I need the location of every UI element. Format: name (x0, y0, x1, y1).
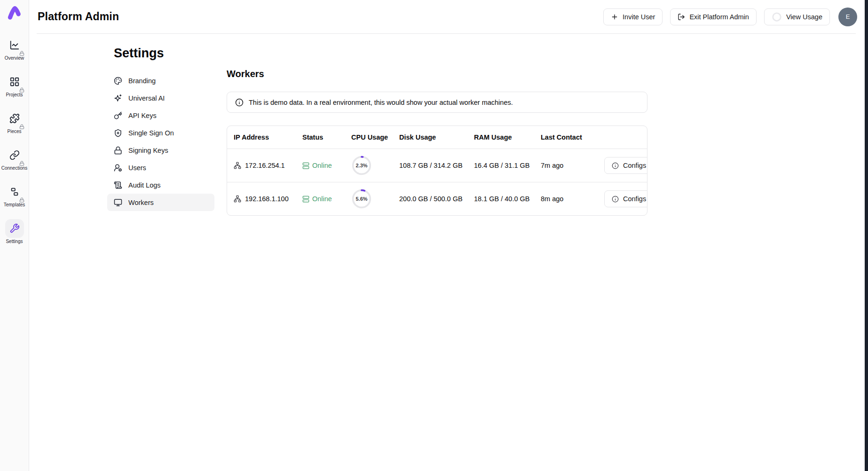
table-row: 172.16.254.1 Online (227, 149, 647, 182)
shield-plus-icon (114, 129, 122, 137)
configs-button[interactable]: Configs (604, 157, 647, 174)
sidebar-item-label: Projects (6, 92, 23, 97)
grid-icon (9, 77, 20, 87)
exit-platform-admin-label: Exit Platform Admin (689, 13, 749, 21)
cpu-percentage: 5.6% (351, 188, 372, 209)
configs-button[interactable]: Configs (604, 190, 647, 207)
invite-user-button[interactable]: Invite User (603, 8, 663, 25)
disk-usage-cell: 200.0 GB / 500.0 GB (399, 195, 474, 203)
ip-value: 172.16.254.1 (245, 162, 285, 169)
settings-nav-label: Single Sign On (128, 129, 174, 137)
workers-panel: Workers This is demo data. In a real env… (227, 69, 647, 216)
settings-nav-users[interactable]: Users (107, 159, 214, 176)
table-header-row: IP Address Status CPU Usage Disk Usage R… (227, 126, 647, 149)
server-icon (302, 196, 309, 203)
status-badge: Online (302, 195, 351, 203)
last-contact-cell: 8m ago (541, 195, 604, 203)
log-out-icon (678, 13, 685, 21)
monitor-icon (114, 198, 122, 207)
status-label: Online (312, 162, 332, 169)
settings-nav-api-keys[interactable]: API Keys (107, 107, 214, 124)
column-header-disk: Disk Usage (399, 133, 474, 141)
view-usage-button[interactable]: View Usage (764, 8, 830, 25)
sidebar: Overview Projects (0, 0, 29, 471)
puzzle-icon (9, 113, 20, 124)
sidebar-item-projects[interactable]: Projects (0, 72, 29, 97)
user-cog-icon (114, 164, 122, 172)
page-title: Platform Admin (38, 10, 119, 23)
workers-table: IP Address Status CPU Usage Disk Usage R… (227, 126, 647, 216)
cpu-cell: 5.6% (351, 188, 399, 209)
disk-usage-cell: 108.7 GB / 314.2 GB (399, 162, 474, 169)
table-row: 192.168.1.100 Online (227, 182, 647, 215)
settings-title: Settings (114, 46, 164, 61)
column-header-ip: IP Address (234, 133, 302, 141)
exit-platform-admin-button[interactable]: Exit Platform Admin (670, 8, 757, 25)
ip-cell: 192.168.1.100 (234, 195, 302, 203)
sidebar-item-overview[interactable]: Overview (0, 36, 29, 61)
settings-nav-label: Workers (128, 199, 154, 206)
sidebar-item-pieces[interactable]: Pieces (0, 109, 29, 134)
column-header-ram: RAM Usage (474, 133, 541, 141)
network-icon (234, 162, 241, 169)
cpu-cell: 2.3% (351, 155, 399, 176)
sidebar-item-label: Overview (5, 55, 24, 61)
lock-badge-icon (19, 197, 24, 203)
status-badge: Online (302, 162, 351, 169)
settings-nav-label: API Keys (128, 112, 157, 119)
logo-icon (7, 5, 23, 21)
info-icon (612, 162, 619, 169)
settings-nav-label: Users (128, 164, 146, 172)
avatar[interactable]: E (838, 8, 857, 26)
settings-nav: Branding Universal AI API Keys (107, 72, 214, 211)
sidebar-item-connections[interactable]: Connections (0, 146, 29, 171)
server-icon (302, 162, 309, 169)
column-header-last-contact: Last Contact (541, 133, 604, 141)
configs-label: Configs (623, 162, 646, 169)
settings-nav-workers[interactable]: Workers (107, 194, 214, 211)
palette-icon (114, 77, 122, 85)
lock-badge-icon (19, 87, 24, 93)
network-icon (234, 195, 241, 203)
shapes-icon (9, 187, 20, 197)
settings-nav-signing-keys[interactable]: Signing Keys (107, 141, 214, 159)
sidebar-item-settings[interactable]: Settings (0, 219, 29, 244)
sidebar-item-label: Pieces (7, 129, 21, 134)
lock-badge-icon (19, 51, 24, 56)
ip-value: 192.168.1.100 (245, 195, 289, 203)
banner-text: This is demo data. In a real environment… (249, 99, 513, 106)
header-actions: Invite User Exit Platform Admin View Usa… (603, 8, 857, 26)
sparkles-icon (114, 94, 122, 102)
ip-cell: 172.16.254.1 (234, 162, 302, 169)
key-icon (114, 111, 122, 120)
sidebar-item-label: Templates (4, 202, 25, 207)
avatar-initial: E (846, 13, 850, 20)
lock-badge-icon (19, 124, 24, 129)
settings-nav-label: Audit Logs (128, 181, 161, 189)
configs-label: Configs (623, 195, 646, 203)
lock-icon (114, 146, 122, 155)
invite-user-label: Invite User (623, 13, 655, 21)
sidebar-item-label: Connections (1, 165, 28, 171)
usage-ring-icon (772, 12, 782, 22)
app-logo[interactable] (7, 5, 23, 21)
window-edge (865, 0, 868, 471)
ram-usage-cell: 16.4 GB / 31.1 GB (474, 162, 541, 169)
top-header: Platform Admin Invite User Exit Platform… (29, 0, 865, 33)
last-contact-cell: 7m ago (541, 162, 604, 169)
settings-nav-branding[interactable]: Branding (107, 72, 214, 89)
sidebar-item-templates[interactable]: Templates (0, 182, 29, 207)
wrench-icon (9, 223, 20, 234)
column-header-status: Status (302, 133, 351, 141)
settings-nav-single-sign-on[interactable]: Single Sign On (107, 124, 214, 141)
line-chart-icon (9, 40, 20, 50)
ram-usage-cell: 18.1 GB / 40.0 GB (474, 195, 541, 203)
info-icon (235, 98, 244, 107)
workers-title: Workers (227, 69, 647, 79)
lock-badge-icon (19, 161, 24, 166)
column-header-cpu: CPU Usage (351, 133, 399, 141)
settings-nav-universal-ai[interactable]: Universal AI (107, 89, 214, 107)
settings-page: Settings Branding Universal AI (29, 34, 865, 471)
settings-nav-label: Universal AI (128, 94, 165, 102)
settings-nav-audit-logs[interactable]: Audit Logs (107, 176, 214, 194)
